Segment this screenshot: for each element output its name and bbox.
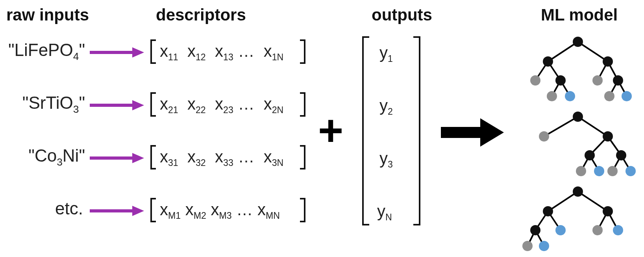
d-r2-cs: 23 bbox=[223, 105, 233, 115]
output-y1: y1 bbox=[379, 43, 393, 64]
svg-rect-8 bbox=[441, 127, 483, 138]
arrow-input-4 bbox=[90, 204, 145, 218]
row1-bracket-left bbox=[150, 39, 156, 64]
decision-tree-3 bbox=[520, 184, 638, 251]
heading-outputs: outputs bbox=[372, 6, 432, 24]
svg-point-27 bbox=[547, 91, 557, 101]
d-r1-as: 11 bbox=[168, 52, 178, 62]
svg-point-29 bbox=[604, 91, 614, 101]
d-r1-a: x bbox=[160, 42, 168, 60]
raw-input-2: "SrTiO3" bbox=[18, 93, 85, 115]
arrow-input-3 bbox=[90, 151, 145, 165]
descriptor-row-3: x31 x32 x33 … x3N bbox=[160, 147, 283, 168]
row1-bracket-right bbox=[300, 39, 305, 64]
d-r1-cs: 13 bbox=[223, 52, 233, 62]
svg-point-58 bbox=[603, 206, 613, 216]
d-r2-dots: … bbox=[238, 95, 254, 113]
d-r4-c: x bbox=[211, 200, 219, 219]
d-r4-a: x bbox=[160, 200, 168, 219]
svg-point-24 bbox=[555, 75, 566, 86]
d-r1-e: x bbox=[264, 42, 272, 60]
output-y2: y2 bbox=[379, 96, 393, 117]
d-r2-bs: 22 bbox=[196, 105, 206, 115]
arrow-to-model bbox=[441, 118, 504, 147]
svg-marker-5 bbox=[132, 153, 144, 163]
output-yN: yN bbox=[377, 202, 392, 223]
descriptor-row-4: xM1 xM2 xM3 … xMN bbox=[160, 200, 280, 221]
plus-icon: + bbox=[318, 109, 343, 152]
row4-bracket-left bbox=[150, 198, 156, 222]
raw-input-3-pre: "Co bbox=[28, 146, 57, 165]
output-y1-v: y bbox=[379, 43, 388, 62]
svg-marker-9 bbox=[480, 118, 504, 147]
svg-point-57 bbox=[543, 206, 553, 216]
d-r1-b: x bbox=[187, 42, 196, 60]
svg-point-56 bbox=[573, 186, 583, 197]
d-r1-c: x bbox=[215, 42, 223, 60]
d-r2-b: x bbox=[187, 95, 196, 113]
d-r3-es: 3N bbox=[272, 158, 284, 168]
d-r3-as: 31 bbox=[168, 158, 178, 168]
svg-point-64 bbox=[539, 241, 549, 251]
arrow-input-2 bbox=[90, 99, 145, 112]
row2-bracket-left bbox=[150, 92, 156, 117]
svg-point-30 bbox=[622, 91, 632, 101]
row3-bracket-left bbox=[150, 145, 156, 169]
d-r4-b: x bbox=[185, 200, 194, 219]
raw-input-3-post: Ni" bbox=[63, 146, 85, 165]
d-r3-a: x bbox=[160, 147, 168, 166]
d-r1-es: 1N bbox=[272, 52, 284, 62]
row4-bracket-right bbox=[300, 198, 305, 222]
raw-input-1-sub: 4 bbox=[73, 50, 79, 62]
output-y1-s: 1 bbox=[388, 54, 393, 64]
svg-line-11 bbox=[578, 42, 608, 61]
d-r4-bs: M2 bbox=[194, 210, 206, 221]
heading-ml-model: ML model bbox=[541, 6, 618, 24]
svg-point-25 bbox=[592, 75, 603, 86]
output-y3: y3 bbox=[379, 149, 393, 170]
svg-marker-7 bbox=[132, 206, 144, 216]
row2-bracket-right bbox=[300, 92, 305, 117]
svg-point-46 bbox=[607, 166, 618, 176]
d-r3-dots: … bbox=[238, 147, 254, 166]
d-r2-c: x bbox=[215, 95, 223, 113]
d-r1-bs: 12 bbox=[196, 52, 206, 62]
outputs-bracket-right bbox=[413, 36, 420, 225]
svg-line-49 bbox=[578, 192, 608, 211]
descriptor-row-1: x11 x12 x13 … x1N bbox=[160, 42, 283, 63]
output-y2-s: 2 bbox=[388, 106, 393, 117]
svg-point-63 bbox=[522, 241, 533, 251]
d-r2-as: 21 bbox=[168, 105, 178, 115]
svg-point-41 bbox=[603, 131, 613, 142]
row3-bracket-right bbox=[300, 145, 305, 169]
d-r1-dots: … bbox=[238, 42, 254, 60]
svg-point-45 bbox=[594, 166, 604, 176]
raw-input-2-post: " bbox=[79, 93, 85, 112]
d-r4-e: x bbox=[257, 200, 266, 219]
output-yN-v: y bbox=[377, 202, 385, 220]
svg-point-60 bbox=[555, 225, 566, 235]
svg-point-22 bbox=[603, 56, 613, 67]
svg-line-10 bbox=[548, 42, 578, 61]
outputs-bracket-left bbox=[362, 36, 369, 225]
svg-point-43 bbox=[616, 150, 626, 160]
svg-line-48 bbox=[548, 192, 578, 211]
svg-point-44 bbox=[576, 166, 586, 176]
svg-point-28 bbox=[565, 91, 575, 101]
descriptor-row-2: x21 x22 x23 … x2N bbox=[160, 95, 283, 115]
raw-input-1-pre: "LiFePO bbox=[8, 40, 73, 60]
arrow-input-1 bbox=[90, 46, 145, 59]
raw-input-2-pre: "SrTiO bbox=[22, 93, 73, 112]
svg-point-20 bbox=[573, 37, 583, 47]
d-r3-cs: 33 bbox=[223, 158, 233, 168]
svg-point-47 bbox=[625, 166, 636, 176]
raw-input-etc: etc. bbox=[55, 199, 83, 218]
output-y3-s: 3 bbox=[388, 159, 393, 169]
svg-point-40 bbox=[539, 131, 549, 142]
output-y3-v: y bbox=[379, 149, 388, 168]
decision-tree-1 bbox=[520, 34, 638, 101]
svg-point-59 bbox=[530, 225, 540, 235]
raw-input-3-sub: 3 bbox=[57, 156, 63, 168]
svg-marker-3 bbox=[132, 100, 144, 110]
d-r2-es: 2N bbox=[272, 105, 284, 115]
